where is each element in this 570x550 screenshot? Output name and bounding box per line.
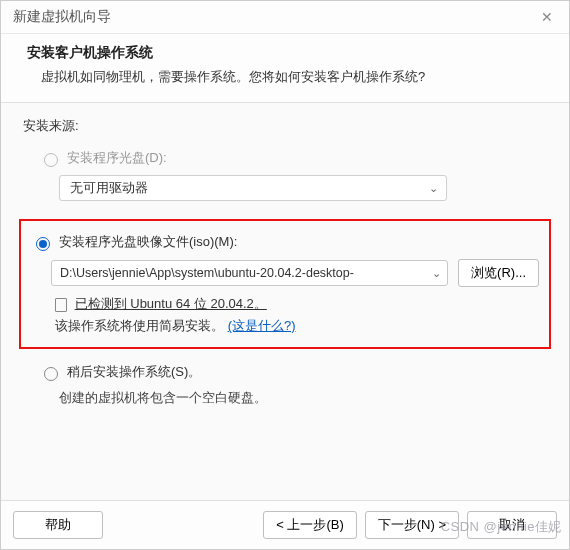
radio-installer-disc [44,153,58,167]
radio-install-later-label: 稍后安装操作系统(S)。 [67,363,201,381]
titlebar: 新建虚拟机向导 ✕ [1,1,569,34]
detected-os-line: 已检测到 Ubuntu 64 位 20.04.2。 [75,296,267,311]
install-later-note: 创建的虚拟机将包含一个空白硬盘。 [59,389,547,407]
option-disc-group: 安装程序光盘(D): 无可用驱动器 ⌄ [23,149,547,201]
cancel-button[interactable]: 取消 [467,511,557,539]
whats-this-link[interactable]: (这是什么?) [228,318,296,333]
option-later-group: 稍后安装操作系统(S)。 创建的虚拟机将包含一个空白硬盘。 [23,363,547,407]
wizard-window: 新建虚拟机向导 ✕ 安装客户机操作系统 虚拟机如同物理机，需要操作系统。您将如何… [0,0,570,550]
document-icon [55,298,67,312]
close-icon[interactable]: ✕ [535,7,559,27]
iso-option-highlight: 安装程序光盘映像文件(iso)(M): D:\Users\jennie\App\… [19,219,551,349]
body: 安装来源: 安装程序光盘(D): 无可用驱动器 ⌄ 安装程序光盘映像文件(iso… [1,103,569,500]
iso-path-combobox[interactable]: D:\Users\jennie\App\system\ubuntu-20.04.… [51,260,448,286]
window-title: 新建虚拟机向导 [13,8,111,26]
chevron-down-icon: ⌄ [432,267,441,280]
drive-select[interactable]: 无可用驱动器 ⌄ [59,175,447,201]
next-button[interactable]: 下一步(N) > [365,511,459,539]
iso-path-value: D:\Users\jennie\App\system\ubuntu-20.04.… [60,266,354,280]
easy-install-line: 该操作系统将使用简易安装。 [55,318,224,333]
chevron-down-icon: ⌄ [429,182,438,195]
footer: 帮助 < 上一步(B) 下一步(N) > 取消 [1,500,569,549]
radio-install-later[interactable] [44,367,58,381]
page-subtitle: 虚拟机如同物理机，需要操作系统。您将如何安装客户机操作系统? [27,68,543,86]
page-title: 安装客户机操作系统 [27,44,543,62]
radio-installer-disc-label: 安装程序光盘(D): [67,149,167,167]
header: 安装客户机操作系统 虚拟机如同物理机，需要操作系统。您将如何安装客户机操作系统? [1,34,569,103]
radio-iso-file[interactable] [36,237,50,251]
browse-button[interactable]: 浏览(R)... [458,259,539,287]
drive-select-value: 无可用驱动器 [70,179,148,197]
radio-iso-file-label: 安装程序光盘映像文件(iso)(M): [59,233,237,251]
back-button[interactable]: < 上一步(B) [263,511,357,539]
help-button[interactable]: 帮助 [13,511,103,539]
detection-info: 已检测到 Ubuntu 64 位 20.04.2。 该操作系统将使用简易安装。 … [55,293,539,337]
install-source-label: 安装来源: [23,117,547,135]
